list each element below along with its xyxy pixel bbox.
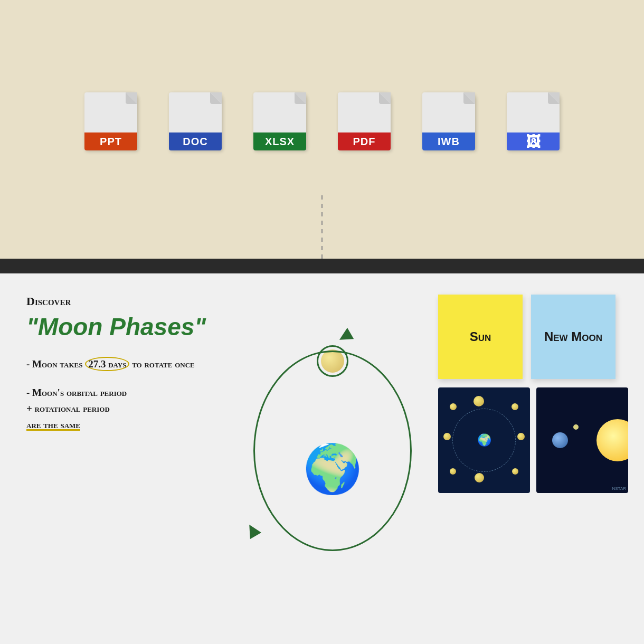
file-icons-row: PPT DOC XLSX xyxy=(79,92,565,150)
iwb-file-shape: IWB xyxy=(422,92,475,150)
mini-moon-right xyxy=(517,433,525,440)
sticky-sun: Sun xyxy=(438,295,523,379)
fact1-prefix: - Moon takes xyxy=(26,358,85,370)
ppt-label-bar: PPT xyxy=(84,132,137,150)
dashed-divider-line xyxy=(321,195,323,259)
mini-moon-top-right xyxy=(512,403,518,410)
moon-phases-title: "Moon Phases" xyxy=(26,314,227,340)
img-file-shape: 🖼 xyxy=(507,92,560,150)
iwb-label-bar: IWB xyxy=(422,132,475,150)
doc-file-page: DOC xyxy=(169,92,222,150)
fact2-line2: + rotational period xyxy=(26,401,227,416)
fact2-line3: are the same xyxy=(26,417,227,433)
fact1-suffix: to rotate once xyxy=(129,358,194,370)
ppt-label: PPT xyxy=(100,136,122,148)
mini-moon-planet xyxy=(573,424,579,430)
left-column: Discover "Moon Phases" - Moon takes 27.3… xyxy=(26,295,227,628)
ppt-file-shape: PPT xyxy=(84,92,137,150)
earth-emoji: 🌍 xyxy=(303,445,362,493)
mini-moon-top-left xyxy=(450,403,457,410)
mini-sun xyxy=(596,419,628,461)
top-section: PPT DOC XLSX xyxy=(0,0,644,259)
xlsx-label-bar: XLSX xyxy=(253,132,306,150)
iwb-file-icon[interactable]: IWB xyxy=(417,92,480,150)
orbit-arrow-top: ◀ xyxy=(334,323,355,347)
mini-planet xyxy=(552,432,568,448)
orbit-arrow-bottom: ◀ xyxy=(242,519,266,541)
pdf-file-page: PDF xyxy=(338,92,391,150)
center-column: ◀ 🌍 ◀ xyxy=(243,295,422,628)
pdf-file-icon[interactable]: PDF xyxy=(333,92,396,150)
pdf-label-bar: PDF xyxy=(338,132,391,150)
mini-earth: 🌍 xyxy=(477,433,491,447)
mini-moon-left xyxy=(443,433,451,440)
facts-section: - Moon takes 27.3 days to rotate once - … xyxy=(26,356,227,433)
xlsx-file-icon[interactable]: XLSX xyxy=(248,92,311,150)
sticky-new-moon: New Moon xyxy=(531,295,615,379)
pdf-file-shape: PDF xyxy=(338,92,391,150)
thumbnail-moon-phases[interactable]: 🌍 xyxy=(438,387,530,493)
xlsx-file-page: XLSX xyxy=(253,92,306,150)
mini-moon-bottom-right xyxy=(512,468,518,475)
xlsx-label: XLSX xyxy=(265,136,295,148)
mini-moon-bottom-left xyxy=(450,468,456,475)
thumbnail-sun-planet[interactable]: NSTAR xyxy=(536,387,628,493)
ppt-file-page: PPT xyxy=(84,92,137,150)
sticky-sun-label: Sun xyxy=(470,329,491,345)
ppt-file-icon[interactable]: PPT xyxy=(79,92,143,150)
thumbnails-row: 🌍 NSTAR xyxy=(438,387,628,493)
mini-moon-top xyxy=(473,396,484,406)
doc-file-shape: DOC xyxy=(169,92,222,150)
img-label-bar: 🖼 xyxy=(507,132,560,150)
fact-2: - Moon's orbital period + rotational per… xyxy=(26,385,227,433)
right-column: Sun New Moon 🌍 xyxy=(438,295,628,628)
sticky-notes-row: Sun New Moon xyxy=(438,295,628,379)
orbit-diagram: ◀ 🌍 ◀ xyxy=(243,324,422,599)
doc-file-icon[interactable]: DOC xyxy=(164,92,227,150)
fact1-highlight: 27.3 days xyxy=(85,357,129,371)
img-file-icon[interactable]: 🖼 xyxy=(501,92,565,150)
mini-moon-bottom xyxy=(475,473,484,482)
thumbnail-credit: NSTAR xyxy=(612,486,626,491)
discover-label: Discover xyxy=(26,295,227,308)
doc-label: DOC xyxy=(183,136,207,148)
pdf-label: PDF xyxy=(353,136,376,148)
fact-1: - Moon takes 27.3 days to rotate once xyxy=(26,356,227,372)
fact2-line1: - Moon's orbital period xyxy=(26,385,227,401)
iwb-label: IWB xyxy=(438,136,460,148)
iwb-file-page: IWB xyxy=(422,92,475,150)
img-file-page: 🖼 xyxy=(507,92,560,150)
doc-label-bar: DOC xyxy=(169,132,222,150)
image-icon: 🖼 xyxy=(526,133,541,150)
xlsx-file-shape: XLSX xyxy=(253,92,306,150)
sticky-new-moon-label: New Moon xyxy=(544,329,602,345)
section-divider xyxy=(0,259,644,273)
bottom-section: Discover "Moon Phases" - Moon takes 27.3… xyxy=(0,273,644,644)
moon-phases-mini-diagram: 🌍 xyxy=(438,387,530,493)
